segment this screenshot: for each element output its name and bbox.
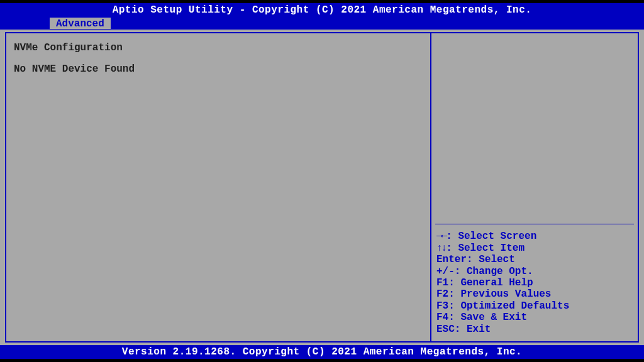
key-legend: →←: Select Screen ↑↓: Select Item Enter:… <box>431 224 638 341</box>
help-f4: F4: Save & Exit <box>436 312 633 323</box>
help-select-item-label: : Select Item <box>446 243 525 254</box>
title-text: Aptio Setup Utility - Copyright (C) 2021… <box>113 4 532 16</box>
help-description <box>431 33 638 224</box>
bios-screen: Aptio Setup Utility - Copyright (C) 2021… <box>0 0 644 362</box>
help-select-item: ↑↓: Select Item <box>436 243 633 254</box>
tab-row: Advanced <box>0 17 644 30</box>
help-select-screen: →←: Select Screen <box>436 231 633 242</box>
title-bar: Aptio Setup Utility - Copyright (C) 2021… <box>0 3 644 17</box>
main-area: NVMe Configuration No NVME Device Found … <box>0 30 644 345</box>
page-heading: NVMe Configuration <box>14 42 423 53</box>
up-down-arrows-icon: ↑↓ <box>436 243 446 254</box>
help-esc: ESC: Exit <box>436 324 633 335</box>
content-panel: NVMe Configuration No NVME Device Found <box>5 32 431 343</box>
bottom-letterbox <box>0 359 644 362</box>
version-text: Version 2.19.1268. Copyright (C) 2021 Am… <box>122 346 522 358</box>
help-enter: Enter: Select <box>436 254 633 265</box>
status-message: No NVME Device Found <box>14 63 423 75</box>
help-f3: F3: Optimized Defaults <box>436 300 633 312</box>
left-right-arrows-icon: →← <box>436 231 446 242</box>
help-select-screen-label: : Select Screen <box>446 231 536 242</box>
tab-advanced[interactable]: Advanced <box>49 17 111 30</box>
tab-label: Advanced <box>56 18 104 30</box>
help-panel: →←: Select Screen ↑↓: Select Item Enter:… <box>431 32 639 343</box>
help-f1: F1: General Help <box>436 277 633 288</box>
help-f2: F2: Previous Values <box>436 288 633 300</box>
help-change: +/-: Change Opt. <box>436 266 633 277</box>
version-bar: Version 2.19.1268. Copyright (C) 2021 Am… <box>0 345 644 359</box>
